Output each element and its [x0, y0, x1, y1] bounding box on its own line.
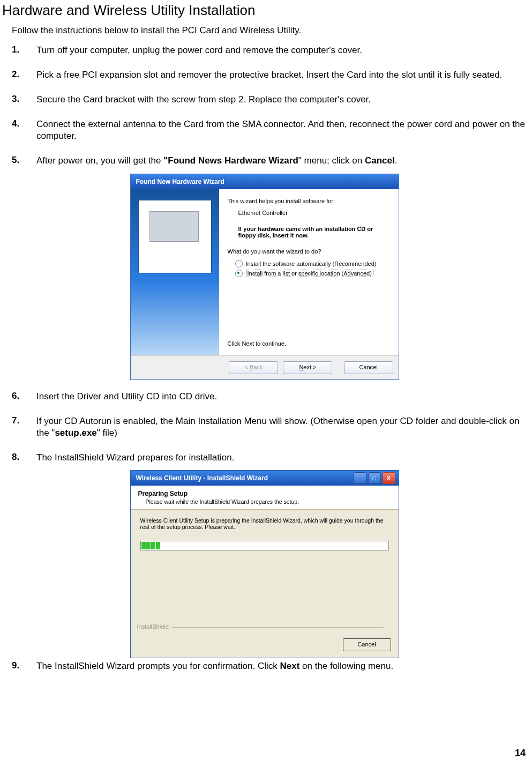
step-4-num: 4.: [12, 118, 36, 142]
isw-header: Preparing Setup Please wait while the In…: [131, 486, 399, 510]
step-5-bold1: "Found News Hardware Wizard: [163, 155, 298, 166]
step-9-post: on the following menu.: [299, 661, 393, 671]
step-5-post: .: [395, 155, 398, 166]
step-5-num: 5.: [12, 155, 36, 167]
fnhw-intro: This wizard helps you install software f…: [228, 198, 390, 204]
step-5-bold2: Cancel: [365, 155, 395, 166]
fnhw-insert-cd: If your hardware came with an installati…: [238, 226, 390, 239]
step-6-num: 6.: [12, 391, 36, 403]
fnhw-option-advanced[interactable]: Install from a list or specific location…: [235, 270, 390, 277]
progress-fill: [141, 542, 163, 549]
step-5: 5. After power on, you will get the "Fou…: [12, 155, 527, 167]
isw-header-title: Preparing Setup: [138, 490, 391, 497]
close-button[interactable]: X: [383, 472, 395, 484]
step-1-text: Turn off your computer, unplug the power…: [36, 44, 527, 56]
installshield-wizard-dialog: Wireless Client Utility - InstallShield …: [130, 470, 399, 658]
minimize-button[interactable]: _: [354, 472, 366, 484]
step-7: 7. If your CD Autorun is enabled, the Ma…: [12, 415, 527, 439]
fnhw-titlebar: Found New Hardware Wizard: [131, 174, 399, 189]
step-7-post: " file): [97, 428, 117, 438]
step-5-text: After power on, you will get the "Found …: [36, 155, 527, 167]
installshield-brand: InstallShield: [137, 623, 384, 630]
back-prefix: <: [244, 364, 249, 370]
step-7-num: 7.: [12, 415, 36, 439]
radio-unchecked-icon: [235, 260, 243, 267]
fnhw-click-next: Click Next to continue.: [228, 340, 286, 347]
step-8-text: The InstallShield Wizard prepares for in…: [36, 452, 527, 464]
next-suffix: ext >: [303, 364, 316, 370]
isw-button-row: Cancel: [131, 634, 399, 658]
fnhw-option-auto-label: Install the software automatically (Reco…: [246, 260, 377, 267]
back-button[interactable]: < Back: [229, 361, 278, 374]
isw-header-subtitle: Please wait while the InstallShield Wiza…: [146, 498, 391, 505]
isw-titlebar: Wireless Client Utility - InstallShield …: [131, 471, 399, 486]
next-button[interactable]: Next >: [283, 361, 332, 374]
step-4: 4. Connect the external antenna to the C…: [12, 118, 527, 142]
fnhw-sidebar-graphic: [131, 189, 219, 355]
step-6-text: Insert the Driver and Utility CD into CD…: [36, 391, 527, 403]
step-8: 8. The InstallShield Wizard prepares for…: [12, 452, 527, 464]
maximize-button[interactable]: □: [368, 472, 381, 484]
page-title: Hardware and Wireless Utility Installati…: [2, 2, 527, 19]
intro-text: Follow the instructions below to install…: [12, 25, 527, 36]
step-2-text: Pick a free PCI expansion slot and remov…: [36, 69, 527, 81]
isw-body-text: Wireless Client Utility Setup is prepari…: [140, 517, 389, 530]
back-suffix: ack: [253, 364, 263, 370]
step-6: 6. Insert the Driver and Utility CD into…: [12, 391, 527, 403]
step-9: 9. The InstallShield Wizard prompts you …: [12, 660, 527, 672]
step-9-pre: The InstallShield Wizard prompts you for…: [36, 661, 280, 671]
step-4-text: Connect the external antenna to the Card…: [36, 118, 527, 142]
step-3-text: Secure the Card bracket with the screw f…: [36, 94, 527, 106]
radio-checked-icon: [235, 270, 243, 277]
progress-bar: [140, 541, 389, 550]
step-7-bold: setup.exe: [55, 428, 96, 438]
fnhw-question: What do you want the wizard to do?: [228, 248, 390, 255]
step-3-num: 3.: [12, 94, 36, 106]
step-8-num: 8.: [12, 452, 36, 464]
step-3: 3. Secure the Card bracket with the scre…: [12, 94, 527, 106]
step-1: 1. Turn off your computer, unplug the po…: [12, 44, 527, 56]
fnhw-button-row: < Back Next > Cancel: [131, 355, 399, 379]
step-1-num: 1.: [12, 44, 36, 56]
step-2: 2. Pick a free PCI expansion slot and re…: [12, 69, 527, 81]
found-new-hardware-wizard-dialog: Found New Hardware Wizard This wizard he…: [130, 174, 399, 380]
step-7-text: If your CD Autorun is enabled, the Main …: [36, 415, 527, 439]
fnhw-device-name: Ethernet Controller: [238, 210, 390, 216]
step-5-mid: " menu; click on: [298, 155, 365, 166]
step-9-text: The InstallShield Wizard prompts you for…: [36, 660, 527, 672]
step-9-num: 9.: [12, 660, 36, 672]
fnhw-option-advanced-label: Install from a list or specific location…: [246, 270, 373, 277]
hardware-graphic-icon: [138, 200, 212, 273]
isw-body: Wireless Client Utility Setup is prepari…: [131, 510, 399, 634]
step-2-num: 2.: [12, 69, 36, 81]
step-9-bold: Next: [280, 661, 299, 671]
page-number: 14: [515, 748, 526, 759]
isw-cancel-button[interactable]: Cancel: [343, 638, 391, 651]
step-5-pre: After power on, you will get the: [36, 155, 163, 166]
isw-title: Wireless Client Utility - InstallShield …: [136, 474, 268, 482]
fnhw-option-auto[interactable]: Install the software automatically (Reco…: [235, 260, 390, 267]
cancel-button[interactable]: Cancel: [344, 361, 393, 374]
